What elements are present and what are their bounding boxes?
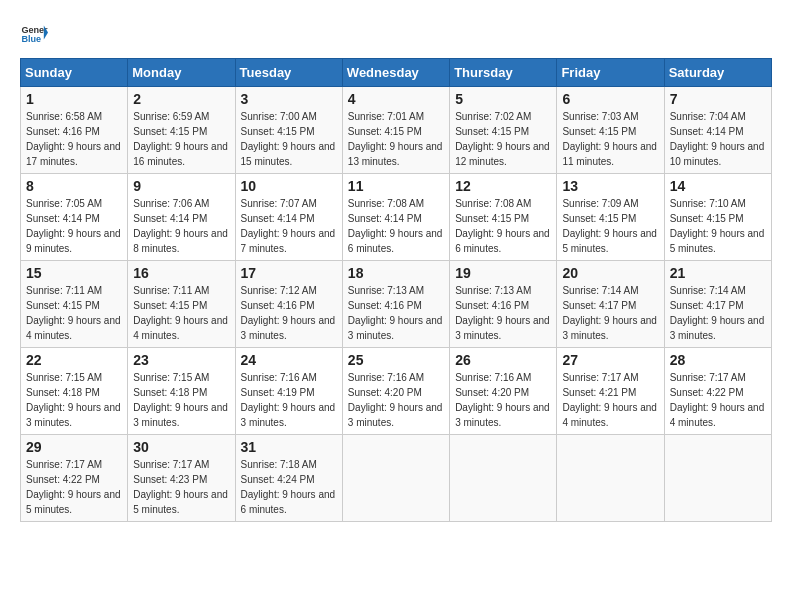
col-header-saturday: Saturday bbox=[664, 59, 771, 87]
calendar-cell: 24 Sunrise: 7:16 AM Sunset: 4:19 PM Dayl… bbox=[235, 348, 342, 435]
day-number: 27 bbox=[562, 352, 658, 368]
calendar-cell: 8 Sunrise: 7:05 AM Sunset: 4:14 PM Dayli… bbox=[21, 174, 128, 261]
day-number: 21 bbox=[670, 265, 766, 281]
day-info: Sunrise: 7:17 AM Sunset: 4:23 PM Dayligh… bbox=[133, 457, 229, 517]
calendar-cell: 27 Sunrise: 7:17 AM Sunset: 4:21 PM Dayl… bbox=[557, 348, 664, 435]
day-info: Sunrise: 7:11 AM Sunset: 4:15 PM Dayligh… bbox=[26, 283, 122, 343]
day-info: Sunrise: 7:04 AM Sunset: 4:14 PM Dayligh… bbox=[670, 109, 766, 169]
calendar-cell: 13 Sunrise: 7:09 AM Sunset: 4:15 PM Dayl… bbox=[557, 174, 664, 261]
calendar-cell: 16 Sunrise: 7:11 AM Sunset: 4:15 PM Dayl… bbox=[128, 261, 235, 348]
calendar-cell bbox=[557, 435, 664, 522]
day-number: 25 bbox=[348, 352, 444, 368]
calendar-cell: 21 Sunrise: 7:14 AM Sunset: 4:17 PM Dayl… bbox=[664, 261, 771, 348]
day-number: 29 bbox=[26, 439, 122, 455]
day-number: 9 bbox=[133, 178, 229, 194]
day-info: Sunrise: 6:58 AM Sunset: 4:16 PM Dayligh… bbox=[26, 109, 122, 169]
day-number: 5 bbox=[455, 91, 551, 107]
calendar-cell: 30 Sunrise: 7:17 AM Sunset: 4:23 PM Dayl… bbox=[128, 435, 235, 522]
day-info: Sunrise: 6:59 AM Sunset: 4:15 PM Dayligh… bbox=[133, 109, 229, 169]
day-number: 14 bbox=[670, 178, 766, 194]
calendar-cell: 9 Sunrise: 7:06 AM Sunset: 4:14 PM Dayli… bbox=[128, 174, 235, 261]
day-number: 26 bbox=[455, 352, 551, 368]
col-header-friday: Friday bbox=[557, 59, 664, 87]
day-info: Sunrise: 7:01 AM Sunset: 4:15 PM Dayligh… bbox=[348, 109, 444, 169]
calendar-cell bbox=[342, 435, 449, 522]
calendar-cell: 5 Sunrise: 7:02 AM Sunset: 4:15 PM Dayli… bbox=[450, 87, 557, 174]
day-number: 30 bbox=[133, 439, 229, 455]
day-info: Sunrise: 7:15 AM Sunset: 4:18 PM Dayligh… bbox=[26, 370, 122, 430]
day-number: 13 bbox=[562, 178, 658, 194]
day-info: Sunrise: 7:03 AM Sunset: 4:15 PM Dayligh… bbox=[562, 109, 658, 169]
day-number: 23 bbox=[133, 352, 229, 368]
day-info: Sunrise: 7:08 AM Sunset: 4:15 PM Dayligh… bbox=[455, 196, 551, 256]
day-number: 16 bbox=[133, 265, 229, 281]
calendar-cell: 22 Sunrise: 7:15 AM Sunset: 4:18 PM Dayl… bbox=[21, 348, 128, 435]
calendar-cell: 20 Sunrise: 7:14 AM Sunset: 4:17 PM Dayl… bbox=[557, 261, 664, 348]
day-number: 3 bbox=[241, 91, 337, 107]
day-info: Sunrise: 7:11 AM Sunset: 4:15 PM Dayligh… bbox=[133, 283, 229, 343]
day-info: Sunrise: 7:17 AM Sunset: 4:22 PM Dayligh… bbox=[26, 457, 122, 517]
calendar-header-row: SundayMondayTuesdayWednesdayThursdayFrid… bbox=[21, 59, 772, 87]
calendar-cell: 14 Sunrise: 7:10 AM Sunset: 4:15 PM Dayl… bbox=[664, 174, 771, 261]
day-info: Sunrise: 7:00 AM Sunset: 4:15 PM Dayligh… bbox=[241, 109, 337, 169]
day-info: Sunrise: 7:14 AM Sunset: 4:17 PM Dayligh… bbox=[562, 283, 658, 343]
day-info: Sunrise: 7:13 AM Sunset: 4:16 PM Dayligh… bbox=[348, 283, 444, 343]
day-info: Sunrise: 7:05 AM Sunset: 4:14 PM Dayligh… bbox=[26, 196, 122, 256]
calendar-week-5: 29 Sunrise: 7:17 AM Sunset: 4:22 PM Dayl… bbox=[21, 435, 772, 522]
col-header-wednesday: Wednesday bbox=[342, 59, 449, 87]
day-number: 2 bbox=[133, 91, 229, 107]
calendar-week-2: 8 Sunrise: 7:05 AM Sunset: 4:14 PM Dayli… bbox=[21, 174, 772, 261]
day-info: Sunrise: 7:09 AM Sunset: 4:15 PM Dayligh… bbox=[562, 196, 658, 256]
day-info: Sunrise: 7:17 AM Sunset: 4:22 PM Dayligh… bbox=[670, 370, 766, 430]
col-header-thursday: Thursday bbox=[450, 59, 557, 87]
calendar-cell: 10 Sunrise: 7:07 AM Sunset: 4:14 PM Dayl… bbox=[235, 174, 342, 261]
day-number: 17 bbox=[241, 265, 337, 281]
calendar-cell: 28 Sunrise: 7:17 AM Sunset: 4:22 PM Dayl… bbox=[664, 348, 771, 435]
calendar-cell: 26 Sunrise: 7:16 AM Sunset: 4:20 PM Dayl… bbox=[450, 348, 557, 435]
day-info: Sunrise: 7:16 AM Sunset: 4:20 PM Dayligh… bbox=[348, 370, 444, 430]
calendar-cell: 17 Sunrise: 7:12 AM Sunset: 4:16 PM Dayl… bbox=[235, 261, 342, 348]
day-number: 24 bbox=[241, 352, 337, 368]
calendar-week-3: 15 Sunrise: 7:11 AM Sunset: 4:15 PM Dayl… bbox=[21, 261, 772, 348]
day-info: Sunrise: 7:10 AM Sunset: 4:15 PM Dayligh… bbox=[670, 196, 766, 256]
col-header-sunday: Sunday bbox=[21, 59, 128, 87]
day-number: 6 bbox=[562, 91, 658, 107]
day-info: Sunrise: 7:15 AM Sunset: 4:18 PM Dayligh… bbox=[133, 370, 229, 430]
calendar-cell: 11 Sunrise: 7:08 AM Sunset: 4:14 PM Dayl… bbox=[342, 174, 449, 261]
calendar-cell bbox=[664, 435, 771, 522]
day-info: Sunrise: 7:18 AM Sunset: 4:24 PM Dayligh… bbox=[241, 457, 337, 517]
day-info: Sunrise: 7:16 AM Sunset: 4:20 PM Dayligh… bbox=[455, 370, 551, 430]
calendar-cell: 18 Sunrise: 7:13 AM Sunset: 4:16 PM Dayl… bbox=[342, 261, 449, 348]
calendar-week-4: 22 Sunrise: 7:15 AM Sunset: 4:18 PM Dayl… bbox=[21, 348, 772, 435]
day-number: 22 bbox=[26, 352, 122, 368]
calendar-cell: 2 Sunrise: 6:59 AM Sunset: 4:15 PM Dayli… bbox=[128, 87, 235, 174]
day-number: 8 bbox=[26, 178, 122, 194]
day-number: 4 bbox=[348, 91, 444, 107]
calendar-week-1: 1 Sunrise: 6:58 AM Sunset: 4:16 PM Dayli… bbox=[21, 87, 772, 174]
day-info: Sunrise: 7:17 AM Sunset: 4:21 PM Dayligh… bbox=[562, 370, 658, 430]
day-info: Sunrise: 7:13 AM Sunset: 4:16 PM Dayligh… bbox=[455, 283, 551, 343]
calendar-cell: 15 Sunrise: 7:11 AM Sunset: 4:15 PM Dayl… bbox=[21, 261, 128, 348]
day-number: 15 bbox=[26, 265, 122, 281]
day-number: 28 bbox=[670, 352, 766, 368]
day-number: 19 bbox=[455, 265, 551, 281]
day-info: Sunrise: 7:07 AM Sunset: 4:14 PM Dayligh… bbox=[241, 196, 337, 256]
day-number: 31 bbox=[241, 439, 337, 455]
calendar-cell bbox=[450, 435, 557, 522]
calendar-cell: 3 Sunrise: 7:00 AM Sunset: 4:15 PM Dayli… bbox=[235, 87, 342, 174]
calendar-table: SundayMondayTuesdayWednesdayThursdayFrid… bbox=[20, 58, 772, 522]
col-header-tuesday: Tuesday bbox=[235, 59, 342, 87]
calendar-cell: 6 Sunrise: 7:03 AM Sunset: 4:15 PM Dayli… bbox=[557, 87, 664, 174]
day-info: Sunrise: 7:08 AM Sunset: 4:14 PM Dayligh… bbox=[348, 196, 444, 256]
col-header-monday: Monday bbox=[128, 59, 235, 87]
day-info: Sunrise: 7:14 AM Sunset: 4:17 PM Dayligh… bbox=[670, 283, 766, 343]
calendar-cell: 7 Sunrise: 7:04 AM Sunset: 4:14 PM Dayli… bbox=[664, 87, 771, 174]
calendar-cell: 19 Sunrise: 7:13 AM Sunset: 4:16 PM Dayl… bbox=[450, 261, 557, 348]
calendar-cell: 31 Sunrise: 7:18 AM Sunset: 4:24 PM Dayl… bbox=[235, 435, 342, 522]
day-number: 18 bbox=[348, 265, 444, 281]
day-info: Sunrise: 7:06 AM Sunset: 4:14 PM Dayligh… bbox=[133, 196, 229, 256]
day-number: 10 bbox=[241, 178, 337, 194]
svg-text:Blue: Blue bbox=[21, 34, 41, 44]
day-info: Sunrise: 7:12 AM Sunset: 4:16 PM Dayligh… bbox=[241, 283, 337, 343]
calendar-cell: 4 Sunrise: 7:01 AM Sunset: 4:15 PM Dayli… bbox=[342, 87, 449, 174]
